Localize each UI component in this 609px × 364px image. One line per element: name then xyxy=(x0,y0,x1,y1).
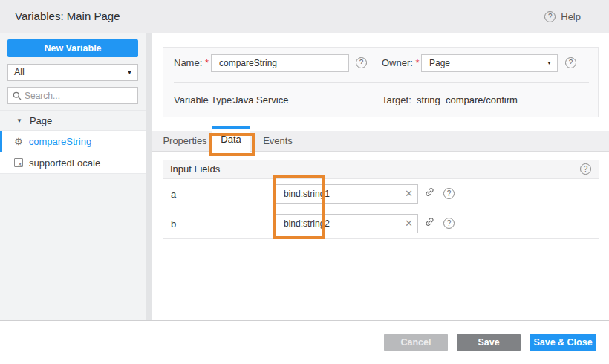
sidebar: New Variable All ▼ ▼ Page ⚙ compareStrin… xyxy=(0,33,146,320)
chevron-down-icon: ▼ xyxy=(127,65,132,80)
required-asterisk: * xyxy=(416,57,420,68)
input-fields-header: Input Fields ? xyxy=(163,160,599,179)
field-help-icon[interactable]: ? xyxy=(443,188,455,199)
sidebar-scrollbar-track[interactable] xyxy=(146,33,152,320)
variable-tree: ▼ Page ⚙ compareString x supportedLocale xyxy=(0,110,146,174)
tree-item-label: compareString xyxy=(29,136,92,147)
tree-group-page[interactable]: ▼ Page xyxy=(0,110,146,131)
help-icon: ? xyxy=(544,11,556,22)
variable-filter-dropdown[interactable]: All ▼ xyxy=(7,64,138,81)
bind-input-b[interactable] xyxy=(276,215,395,233)
variable-type-label: Variable Type: xyxy=(174,94,235,107)
help-label: Help xyxy=(561,11,581,22)
target-value: string_compare/confirm xyxy=(417,94,518,107)
cancel-button[interactable]: Cancel xyxy=(384,334,448,351)
required-asterisk: * xyxy=(205,57,209,68)
owner-label: Owner: * xyxy=(382,54,420,72)
form-row-name-owner: Name: * ? Owner: * Page ▼ ? xyxy=(174,54,589,72)
search-input[interactable] xyxy=(25,88,136,103)
bind-input-a[interactable] xyxy=(276,185,395,203)
variable-icon: x xyxy=(14,158,23,167)
name-field[interactable] xyxy=(211,54,349,72)
field-label-b: b xyxy=(171,218,176,230)
clear-icon[interactable]: ✕ xyxy=(405,215,413,233)
tree-group-label: Page xyxy=(30,115,52,126)
target-label: Target: xyxy=(382,94,411,107)
collapse-arrow-icon: ▼ xyxy=(16,117,22,124)
clear-icon[interactable]: ✕ xyxy=(405,185,413,203)
variable-type-value: Java Service xyxy=(233,94,288,107)
name-label: Name: * xyxy=(174,54,209,72)
service-gear-icon: ⚙ xyxy=(14,137,23,146)
search-icon xyxy=(13,91,22,100)
save-button[interactable]: Save xyxy=(457,334,521,351)
tab-properties[interactable]: Properties xyxy=(159,131,211,152)
variable-summary-panel: Name: * ? Owner: * Page ▼ ? Variable Typ… xyxy=(163,47,599,117)
input-fields-panel: Input Fields ? a ✕ ? b ✕ ? xyxy=(163,160,599,239)
panel-divider xyxy=(174,82,589,83)
help-button[interactable]: ? Help xyxy=(544,0,581,33)
new-variable-button[interactable]: New Variable xyxy=(7,39,138,57)
tab-events[interactable]: Events xyxy=(256,131,299,152)
owner-selected-value: Page xyxy=(429,58,450,68)
field-help-icon[interactable]: ? xyxy=(443,218,455,229)
name-help-icon[interactable]: ? xyxy=(356,57,367,68)
input-field-row-b: b ✕ ? xyxy=(163,209,599,238)
tree-item-comparestring[interactable]: ⚙ compareString xyxy=(0,131,146,152)
owner-dropdown[interactable]: Page ▼ xyxy=(421,54,558,72)
detail-tabbar: Properties Data Events xyxy=(152,126,609,152)
input-fields-title: Input Fields xyxy=(170,163,220,175)
tree-item-supportedlocale[interactable]: x supportedLocale xyxy=(0,152,146,174)
bind-input-box-a: ✕ xyxy=(276,184,418,204)
footer-bar: Cancel Save Save & Close xyxy=(0,320,609,364)
window-header: Variables: Main Page ? Help xyxy=(0,0,609,33)
input-fields-help-icon[interactable]: ? xyxy=(580,163,591,175)
page-title: Variables: Main Page xyxy=(15,0,120,33)
save-and-close-button[interactable]: Save & Close xyxy=(530,334,596,351)
tree-item-label: supportedLocale xyxy=(29,157,100,169)
main-content: Name: * ? Owner: * Page ▼ ? Variable Typ… xyxy=(152,33,609,320)
bind-link-icon[interactable] xyxy=(424,186,435,198)
owner-help-icon[interactable]: ? xyxy=(565,57,576,68)
search-box xyxy=(7,87,138,104)
tab-data[interactable]: Data xyxy=(212,126,250,152)
form-row-type-target: Variable Type: Java Service Target: stri… xyxy=(174,94,589,107)
input-field-row-a: a ✕ ? xyxy=(163,179,599,209)
bind-input-box-b: ✕ xyxy=(276,214,418,233)
bind-link-icon[interactable] xyxy=(424,216,435,227)
filter-selected-value: All xyxy=(14,67,25,77)
chevron-down-icon: ▼ xyxy=(547,55,552,71)
field-label-a: a xyxy=(171,189,176,200)
